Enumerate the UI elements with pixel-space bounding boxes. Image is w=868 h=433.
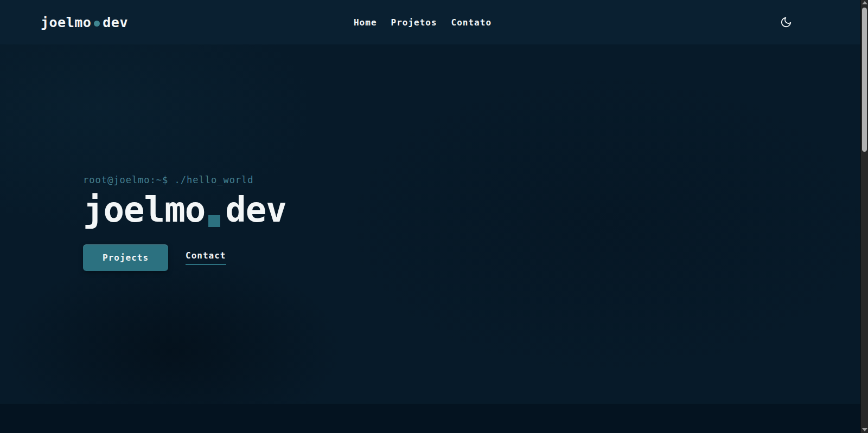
moon-icon (780, 16, 792, 28)
nav-link-home[interactable]: Home (354, 17, 377, 28)
nav-link-projetos[interactable]: Projetos (391, 17, 437, 28)
contact-link[interactable]: Contact (186, 250, 226, 265)
logo-name: joelmo (41, 15, 91, 30)
logo[interactable]: joelmo dev (41, 15, 128, 30)
logo-dot-icon (94, 21, 100, 27)
site-header: joelmo dev Home Projetos Contato (0, 0, 868, 44)
nav-link-contato[interactable]: Contato (451, 17, 492, 28)
hero-actions: Projects Contact (83, 244, 868, 271)
below-fold-region (0, 404, 868, 433)
projects-button[interactable]: Projects (83, 244, 168, 271)
scrollbar-thumb[interactable] (862, 8, 867, 152)
scrollbar-down-arrow[interactable] (862, 428, 867, 431)
terminal-prompt: root@joelmo:~$ ./hello_world (83, 175, 868, 185)
scrollbar-up-arrow[interactable] (862, 1, 867, 4)
main-nav: Home Projetos Contato (354, 0, 492, 44)
hero-title-name: joelmo (83, 192, 205, 228)
hero-title-suffix: dev (225, 192, 286, 228)
theme-toggle-button[interactable] (777, 13, 795, 31)
hero-section: root@joelmo:~$ ./hello_world joelmo dev … (0, 44, 868, 404)
logo-suffix: dev (103, 15, 128, 30)
hero-title: joelmo dev (83, 192, 868, 228)
scrollbar[interactable] (860, 0, 868, 433)
hero-title-dot (208, 215, 220, 227)
